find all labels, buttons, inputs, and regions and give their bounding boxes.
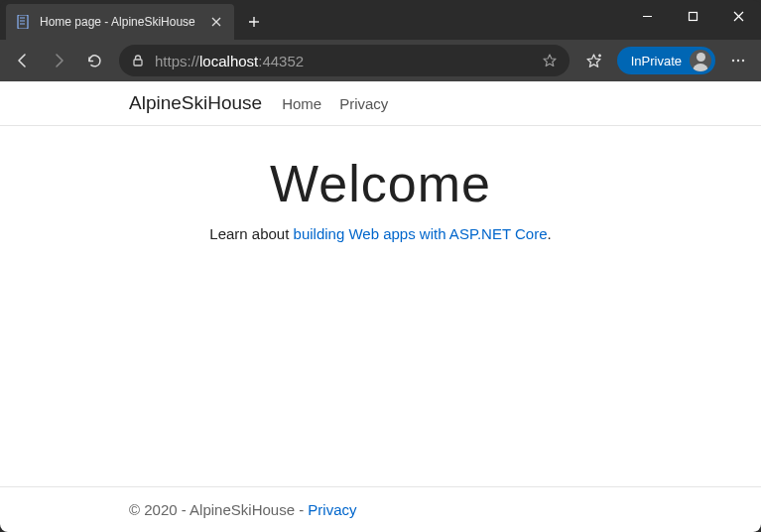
url-port: :44352: [258, 53, 304, 69]
svg-point-16: [737, 60, 739, 62]
footer-text: © 2020 - AlpineSkiHouse -: [129, 501, 308, 518]
hero-section: Welcome Learn about building Web apps wi…: [0, 126, 761, 486]
inprivate-badge[interactable]: InPrivate: [617, 47, 715, 74]
url-scheme: https://: [155, 53, 199, 69]
site-navbar: AlpineSkiHouse Home Privacy: [0, 81, 761, 126]
favorite-star-icon[interactable]: [542, 53, 558, 68]
favorites-button[interactable]: [577, 44, 611, 77]
refresh-button[interactable]: [77, 44, 111, 77]
back-button[interactable]: [6, 44, 40, 77]
forward-button[interactable]: [42, 44, 75, 77]
url-text: https://localhost:44352: [155, 53, 304, 69]
url-host: localhost: [199, 53, 258, 69]
browser-tab[interactable]: Home page - AlpineSkiHouse: [6, 4, 234, 40]
hero-lead-suffix: .: [548, 225, 552, 242]
page-favicon-icon: [16, 14, 32, 30]
nav-home-link[interactable]: Home: [282, 95, 321, 112]
maximize-button[interactable]: [670, 0, 715, 32]
new-tab-button[interactable]: [238, 6, 270, 38]
svg-rect-12: [134, 60, 142, 66]
nav-privacy-link[interactable]: Privacy: [339, 95, 388, 112]
page-viewport: AlpineSkiHouse Home Privacy Welcome Lear…: [0, 81, 761, 532]
brand-link[interactable]: AlpineSkiHouse: [129, 92, 262, 114]
hero-lead-prefix: Learn about: [209, 225, 293, 242]
window-close-button[interactable]: [715, 0, 761, 32]
footer-privacy-link[interactable]: Privacy: [308, 501, 356, 518]
menu-button[interactable]: [721, 44, 755, 77]
tab-title: Home page - AlpineSkiHouse: [40, 15, 200, 29]
lock-icon: [131, 54, 145, 67]
window-titlebar: Home page - AlpineSkiHouse: [0, 0, 761, 40]
svg-rect-0: [18, 15, 28, 29]
address-bar[interactable]: https://localhost:44352: [119, 45, 570, 76]
profile-avatar-icon: [690, 50, 711, 71]
hero-lead-link[interactable]: building Web apps with ASP.NET Core: [294, 225, 548, 242]
minimize-button[interactable]: [624, 0, 670, 32]
page-heading: Welcome: [0, 154, 761, 213]
tab-close-button[interactable]: [208, 14, 224, 30]
inprivate-label: InPrivate: [631, 54, 682, 68]
site-footer: © 2020 - AlpineSkiHouse - Privacy: [0, 486, 761, 532]
browser-toolbar: https://localhost:44352 InPrivate: [0, 40, 761, 81]
hero-lead: Learn about building Web apps with ASP.N…: [0, 225, 761, 242]
svg-point-15: [732, 60, 734, 62]
svg-point-17: [742, 60, 744, 62]
window-controls: [624, 0, 761, 32]
svg-rect-9: [689, 12, 697, 20]
